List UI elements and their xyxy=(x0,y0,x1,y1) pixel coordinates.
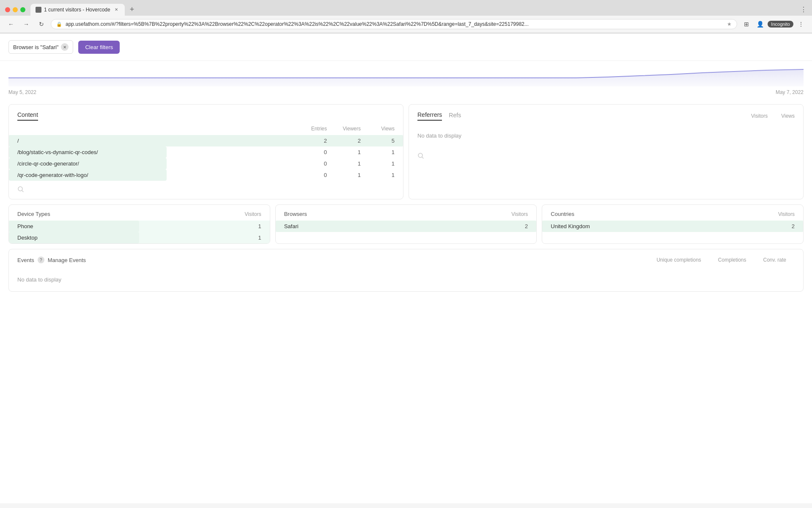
back-button[interactable]: ← xyxy=(5,18,17,30)
content-row-content: /blog/static-vs-dynamic-qr-codes/ 0 1 1 xyxy=(17,149,395,155)
countries-panel-header: Countries Visitors xyxy=(542,205,803,221)
content-panel-header: Content xyxy=(9,105,403,124)
traffic-light-green[interactable] xyxy=(20,7,25,12)
main-panels-row: Content Entries Viewers Views / 2 2 5 xyxy=(8,104,804,199)
events-no-data: No data to display xyxy=(9,268,803,291)
content-row-content: / 2 2 5 xyxy=(17,138,395,144)
content-viewers: 1 xyxy=(327,160,361,167)
chart-dates: May 5, 2022 May 7, 2022 xyxy=(8,89,804,95)
traffic-light-yellow[interactable] xyxy=(13,7,18,12)
extensions-icon[interactable]: ⊞ xyxy=(741,18,752,30)
nav-icons: ⊞ 👤 Incognito ⋮ xyxy=(741,18,807,30)
events-header: Events ? Manage Events Unique completion… xyxy=(9,249,803,268)
referrers-panel-header: Referrers Refs Visitors Views xyxy=(409,105,803,124)
events-columns: Unique completions Completions Conv. rat… xyxy=(648,255,795,265)
device-row[interactable]: Phone 1 xyxy=(9,221,270,232)
content-views: 1 xyxy=(361,149,395,155)
reload-button[interactable]: ↻ xyxy=(36,18,47,30)
referrers-visitors-col: Visitors xyxy=(751,113,768,119)
analytics-chart xyxy=(8,61,804,86)
address-text: app.usefathom.com/#/?filters=%5B%7B%22pr… xyxy=(66,21,724,27)
browser-row[interactable]: Safari 2 xyxy=(276,221,537,232)
address-bar[interactable]: 🔒 app.usefathom.com/#/?filters=%5B%7B%22… xyxy=(51,19,737,29)
device-row-content: Phone 1 xyxy=(17,223,261,229)
col-viewers: Viewers xyxy=(327,126,361,132)
filter-remove-button[interactable]: ✕ xyxy=(61,43,69,51)
chart-date-right: May 7, 2022 xyxy=(776,89,804,95)
tab-close-button[interactable]: ✕ xyxy=(113,6,120,13)
browser-tab-active[interactable]: 1 current visitors - Hovercode ✕ xyxy=(30,4,125,16)
referrers-views-col: Views xyxy=(781,113,795,119)
referrers-tab[interactable]: Referrers xyxy=(417,111,442,121)
incognito-badge: Incognito xyxy=(768,21,793,28)
events-col-conv: Conv. rate xyxy=(763,257,786,263)
col-views: Views xyxy=(361,126,395,132)
content-row[interactable]: /blog/static-vs-dynamic-qr-codes/ 0 1 1 xyxy=(9,146,403,158)
browsers-visitors-col: Visitors xyxy=(511,211,528,217)
browser-value: 2 xyxy=(494,223,528,229)
device-value: 1 xyxy=(228,223,261,229)
svg-line-3 xyxy=(422,157,423,158)
filter-tag-text: Browser is "Safari" xyxy=(13,44,58,50)
page-content: Browser is "Safari" ✕ Clear filters May … xyxy=(0,33,812,503)
browsers-panel: Browsers Visitors Safari 2 xyxy=(275,204,537,244)
filter-bar: Browser is "Safari" ✕ Clear filters xyxy=(0,33,812,61)
content-path: /blog/static-vs-dynamic-qr-codes/ xyxy=(17,149,293,155)
clear-filters-button[interactable]: Clear filters xyxy=(78,41,120,54)
events-help-icon[interactable]: ? xyxy=(38,257,44,263)
tab-bar: 1 current visitors - Hovercode ✕ + ⋮ xyxy=(0,0,812,16)
country-row[interactable]: United Kingdom 2 xyxy=(542,221,803,232)
content-panel: Content Entries Viewers Views / 2 2 5 xyxy=(8,104,403,199)
traffic-light-red[interactable] xyxy=(5,7,10,12)
device-row[interactable]: Desktop 1 xyxy=(9,232,270,243)
content-entries: 0 xyxy=(293,160,327,167)
content-path: /qr-code-generator-with-logo/ xyxy=(17,172,293,178)
browser-label: Safari xyxy=(284,223,494,229)
manage-events-button[interactable]: Manage Events xyxy=(48,257,86,263)
browser-menu-button[interactable]: ⋮ xyxy=(795,18,807,30)
content-viewers: 1 xyxy=(327,149,361,155)
content-row[interactable]: /qr-code-generator-with-logo/ 0 1 1 xyxy=(9,169,403,181)
nav-bar: ← → ↻ 🔒 app.usefathom.com/#/?filters=%5B… xyxy=(0,16,812,33)
content-row[interactable]: / 2 2 5 xyxy=(9,135,403,146)
content-entries: 0 xyxy=(293,149,327,155)
no-data-message: No data to display xyxy=(409,124,803,147)
content-panel-columns: Entries Viewers Views xyxy=(9,124,403,135)
events-col-completions: Completions xyxy=(718,257,746,263)
content-views: 1 xyxy=(361,172,395,178)
traffic-lights xyxy=(5,7,25,12)
refs-tab[interactable]: Refs xyxy=(449,112,461,120)
content-path: /circle-qr-code-generator/ xyxy=(17,160,293,167)
browser-chrome: 1 current visitors - Hovercode ✕ + ⋮ ← →… xyxy=(0,0,812,33)
device-panel-title: Device Types xyxy=(17,211,50,217)
forward-button[interactable]: → xyxy=(20,18,32,30)
content-row-content: /circle-qr-code-generator/ 0 1 1 xyxy=(17,160,395,167)
new-tab-button[interactable]: + xyxy=(126,3,138,16)
country-label: United Kingdom xyxy=(551,223,761,229)
browser-menu-icon[interactable]: ⋮ xyxy=(800,6,807,14)
content-entries: 0 xyxy=(293,172,327,178)
content-search[interactable] xyxy=(9,181,403,199)
content-views: 5 xyxy=(361,138,395,144)
tab-favicon xyxy=(36,7,41,13)
content-tab[interactable]: Content xyxy=(17,111,38,121)
profile-icon[interactable]: 👤 xyxy=(754,18,766,30)
browsers-panel-header: Browsers Visitors xyxy=(276,205,537,221)
device-types-panel: Device Types Visitors Phone 1 Desktop 1 xyxy=(8,204,270,244)
content-views: 1 xyxy=(361,160,395,167)
countries-panel-title: Countries xyxy=(551,211,574,217)
events-title: Events xyxy=(17,257,34,263)
chart-date-left: May 5, 2022 xyxy=(8,89,36,95)
svg-line-1 xyxy=(22,190,23,192)
content-row-content: /qr-code-generator-with-logo/ 0 1 1 xyxy=(17,172,395,178)
events-panel: Events ? Manage Events Unique completion… xyxy=(8,249,804,292)
countries-panel: Countries Visitors United Kingdom 2 xyxy=(542,204,804,244)
content-viewers: 2 xyxy=(327,138,361,144)
events-col-unique: Unique completions xyxy=(656,257,701,263)
country-value: 2 xyxy=(761,223,795,229)
referrers-search[interactable] xyxy=(409,147,803,166)
device-value: 1 xyxy=(228,235,261,241)
referrers-panel: Referrers Refs Visitors Views No data to… xyxy=(409,104,804,199)
content-row[interactable]: /circle-qr-code-generator/ 0 1 1 xyxy=(9,158,403,169)
countries-visitors-col: Visitors xyxy=(778,211,795,217)
